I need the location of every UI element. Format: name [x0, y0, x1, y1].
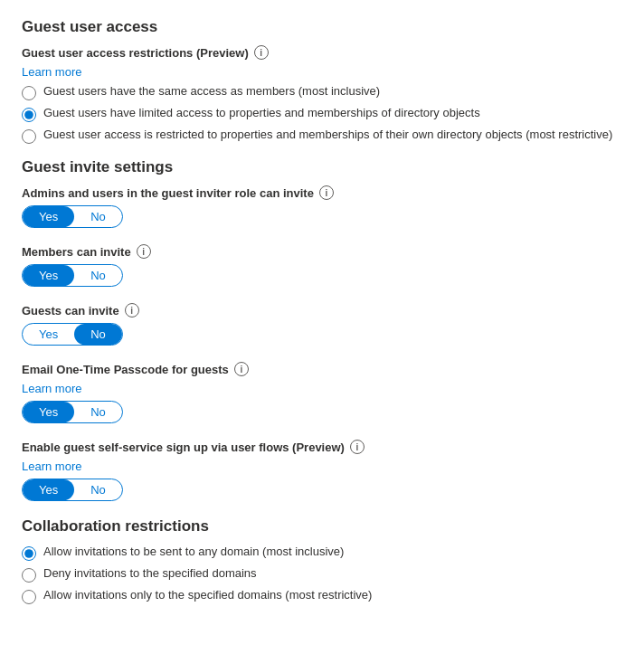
guests-invite-toggle[interactable]: Yes No [22, 323, 123, 346]
members-invite-block: Members can invite i Yes No [22, 244, 622, 287]
self-service-block: Enable guest self-service sign up via us… [22, 440, 622, 501]
guests-invite-yes-button[interactable]: Yes [23, 324, 74, 345]
radio-item-deny-domains[interactable]: Deny invitations to the specified domain… [22, 566, 622, 583]
radio-restrictive[interactable] [22, 129, 36, 144]
guest-invite-title: Guest invite settings [22, 158, 622, 176]
members-invite-no-button[interactable]: No [74, 265, 122, 286]
email-otp-toggle[interactable]: Yes No [22, 401, 123, 423]
self-service-no-button[interactable]: No [74, 479, 122, 500]
radio-deny-domains[interactable] [22, 568, 36, 583]
admins-invite-info-icon[interactable]: i [319, 185, 334, 200]
guest-access-section: Guest user access Guest user access rest… [22, 18, 622, 144]
radio-any-domain[interactable] [22, 546, 36, 561]
radio-item-only-domains[interactable]: Allow invitations only to the specified … [22, 588, 622, 604]
admins-invite-label: Admins and users in the guest inviter ro… [22, 185, 622, 200]
self-service-learn-more[interactable]: Learn more [22, 460, 622, 473]
radio-limited[interactable] [22, 108, 36, 122]
email-otp-label: Email One-Time Passcode for guests i [22, 362, 622, 376]
guests-invite-block: Guests can invite i Yes No [22, 303, 622, 346]
members-invite-toggle[interactable]: Yes No [22, 264, 123, 287]
guests-invite-info-icon[interactable]: i [125, 303, 139, 318]
email-otp-yes-button[interactable]: Yes [23, 402, 74, 422]
collaboration-radio-group: Allow invitations to be sent to any doma… [22, 545, 622, 604]
admins-invite-block: Admins and users in the guest inviter ro… [22, 185, 622, 228]
email-otp-info-icon[interactable]: i [234, 362, 249, 376]
radio-item-inclusive[interactable]: Guest users have the same access as memb… [22, 84, 622, 100]
admins-invite-yes-button[interactable]: Yes [23, 206, 74, 227]
self-service-info-icon[interactable]: i [350, 440, 365, 454]
radio-only-domains[interactable] [22, 590, 36, 604]
email-otp-learn-more[interactable]: Learn more [22, 382, 622, 395]
members-invite-info-icon[interactable]: i [137, 244, 151, 259]
radio-inclusive[interactable] [22, 86, 36, 100]
radio-item-limited[interactable]: Guest users have limited access to prope… [22, 106, 622, 122]
guest-access-radio-group: Guest users have the same access as memb… [22, 84, 622, 144]
members-invite-label: Members can invite i [22, 244, 622, 259]
admins-invite-no-button[interactable]: No [74, 206, 122, 227]
self-service-yes-button[interactable]: Yes [23, 479, 74, 500]
admins-invite-toggle[interactable]: Yes No [22, 205, 123, 228]
email-otp-no-button[interactable]: No [74, 402, 122, 422]
radio-item-any-domain[interactable]: Allow invitations to be sent to any doma… [22, 545, 622, 561]
guest-access-info-icon[interactable]: i [254, 45, 269, 60]
self-service-toggle[interactable]: Yes No [22, 479, 123, 501]
collaboration-title: Collaboration restrictions [22, 517, 622, 536]
collaboration-section: Collaboration restrictions Allow invitat… [22, 517, 622, 604]
guest-invite-section: Guest invite settings Admins and users i… [22, 158, 622, 501]
radio-item-restrictive[interactable]: Guest user access is restricted to prope… [22, 128, 622, 144]
guests-invite-label: Guests can invite i [22, 303, 622, 318]
guest-access-learn-more[interactable]: Learn more [22, 65, 622, 79]
guest-access-subsection: Guest user access restrictions (Preview)… [22, 45, 622, 60]
self-service-label: Enable guest self-service sign up via us… [22, 440, 622, 454]
guest-access-title: Guest user access [22, 18, 622, 36]
members-invite-yes-button[interactable]: Yes [23, 265, 74, 286]
guests-invite-no-button[interactable]: No [74, 324, 122, 345]
email-otp-block: Email One-Time Passcode for guests i Lea… [22, 362, 622, 423]
